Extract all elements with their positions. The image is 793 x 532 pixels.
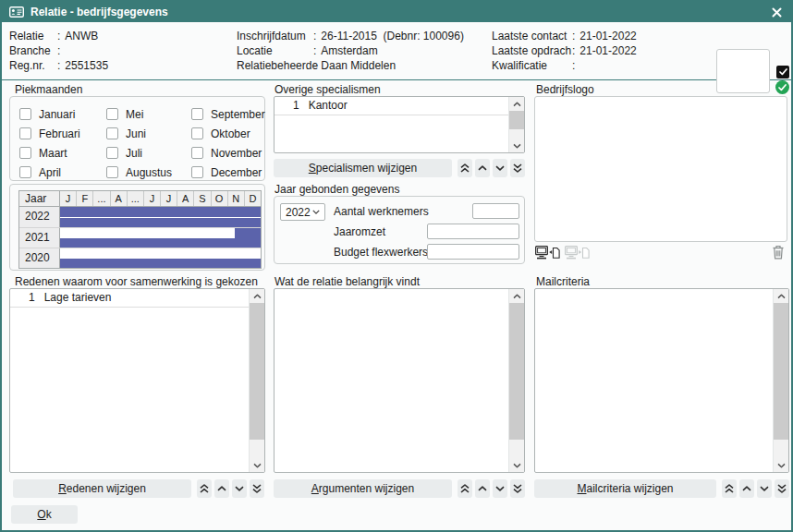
checkbox-februari[interactable] — [19, 127, 31, 139]
move-top-icon[interactable] — [458, 159, 472, 177]
move-bottom-icon[interactable] — [510, 479, 525, 498]
checkbox-juli[interactable] — [106, 147, 118, 159]
move-top-icon[interactable] — [722, 479, 737, 498]
move-top-icon[interactable] — [197, 479, 212, 498]
mailcriteria-wijzigen-button[interactable]: Mailcriteria wijzigen — [534, 479, 716, 498]
checkbox-november[interactable] — [191, 147, 203, 159]
separator: : — [313, 44, 321, 59]
checkbox-januari[interactable] — [19, 108, 31, 120]
move-up-icon[interactable] — [214, 479, 229, 498]
month-row: Juli — [106, 147, 172, 159]
jaargebonden-title: Jaar gebonden gegevens — [274, 184, 399, 196]
activity-bar-top — [60, 207, 261, 217]
status-check-icon[interactable] — [775, 80, 789, 94]
delete-logo-trash-icon[interactable] — [771, 244, 786, 260]
months-column-3: September Oktober November December — [191, 108, 265, 178]
mailcriteria-button-row: Mailcriteria wijzigen — [534, 479, 789, 498]
specialismen-title: Overige specialismen — [274, 84, 381, 96]
scrollbar[interactable] — [773, 289, 788, 472]
checkbox-september[interactable] — [191, 108, 203, 120]
checkbox-december[interactable] — [191, 166, 203, 178]
separator: : — [572, 44, 580, 59]
move-down-icon[interactable] — [493, 479, 507, 498]
scroll-thumb[interactable] — [509, 111, 524, 129]
bedrijfslogo-placeholder — [534, 96, 787, 242]
aantal-werknemers-input[interactable] — [472, 203, 519, 219]
redenen-listbox[interactable]: 1 Lage tarieven — [9, 288, 265, 473]
checkbox-juni[interactable] — [106, 127, 118, 139]
year-select[interactable]: 2022 — [280, 203, 325, 221]
mailcriteria-listbox[interactable] — [534, 288, 789, 473]
move-up-icon[interactable] — [475, 159, 490, 177]
contact-card-icon — [9, 6, 24, 18]
field-label: Laatste opdrach — [492, 44, 572, 59]
scroll-up-icon[interactable] — [509, 289, 524, 303]
checkbox-maart[interactable] — [19, 147, 31, 159]
header-row-branche: Branche: — [9, 44, 108, 59]
jaaromzet-input[interactable] — [427, 224, 519, 239]
separator: : — [572, 59, 580, 74]
checkbox-oktober[interactable] — [191, 127, 203, 139]
redenen-wijzigen-button[interactable]: Redenen wijzigen — [13, 479, 191, 498]
scrollbar[interactable] — [508, 97, 524, 152]
header-cell-month: J — [161, 191, 177, 206]
move-down-icon[interactable] — [232, 479, 247, 498]
year-activity-table: Jaar J F ... A ... J J A S O N D 2022 — [18, 190, 262, 269]
scroll-up-icon[interactable] — [509, 97, 524, 111]
export-logo-icon[interactable] — [564, 245, 590, 261]
scrollbar[interactable] — [249, 289, 264, 472]
month-label: Oktober — [211, 127, 250, 140]
month-row: Augustus — [106, 166, 172, 178]
move-down-icon[interactable] — [757, 479, 772, 498]
move-down-icon[interactable] — [493, 159, 507, 177]
move-up-icon[interactable] — [475, 479, 490, 498]
scroll-down-icon[interactable] — [774, 458, 788, 472]
item-number: 1 — [293, 97, 299, 115]
scroll-down-icon[interactable] — [509, 458, 524, 472]
scroll-up-icon[interactable] — [774, 289, 788, 303]
scroll-down-icon[interactable] — [250, 458, 264, 472]
field-value: 26-11-2015 (Debnr: 100096) — [321, 30, 464, 44]
belangrijk-listbox[interactable] — [274, 288, 525, 473]
header-row-laatste-contact: Laatste contact:21-01-2022 — [492, 30, 637, 44]
month-row: April — [19, 166, 80, 178]
ok-button[interactable]: Ok — [11, 505, 78, 524]
load-logo-icon[interactable] — [534, 245, 560, 261]
checkbox-augustus[interactable] — [106, 166, 118, 178]
scroll-thumb[interactable] — [774, 303, 788, 440]
budget-flexwerkers-label: Budget flexwerkers — [334, 247, 428, 259]
reorder-buttons — [458, 479, 525, 498]
year-table-header: Jaar J F ... A ... J J A S O N D — [19, 191, 261, 207]
budget-flexwerkers-input[interactable] — [427, 244, 519, 260]
scrollbar[interactable] — [508, 289, 524, 472]
move-bottom-icon[interactable] — [510, 159, 525, 177]
checkbox-april[interactable] — [19, 166, 31, 178]
header-cell-jaar: Jaar — [19, 191, 60, 206]
move-bottom-icon[interactable] — [775, 479, 789, 498]
jaar-table-groupbox: Jaar J F ... A ... J J A S O N D 2022 — [9, 184, 265, 271]
specialismen-wijzigen-button[interactable]: Specialismen wijzigen — [274, 159, 452, 177]
list-item[interactable]: 1 Lage tarieven — [10, 289, 249, 308]
header-cell-month: S — [194, 191, 211, 206]
header-row-regnr: Reg.nr.:2551535 — [9, 59, 108, 74]
scroll-thumb[interactable] — [509, 303, 524, 440]
scroll-up-icon[interactable] — [250, 289, 264, 303]
header-row-kwalificatie: Kwalificatie: — [492, 59, 637, 74]
move-top-icon[interactable] — [458, 479, 472, 498]
scroll-down-icon[interactable] — [509, 139, 524, 152]
scroll-thumb[interactable] — [250, 303, 264, 440]
close-icon[interactable] — [769, 5, 784, 19]
header-column-3: Laatste contact:21-01-2022 Laatste opdra… — [492, 30, 637, 74]
month-label: November — [211, 147, 262, 160]
argumenten-wijzigen-button[interactable]: Argumenten wijzigen — [274, 479, 452, 498]
move-bottom-icon[interactable] — [250, 479, 264, 498]
header-cell-month: ... — [128, 191, 144, 206]
checkbox-mei[interactable] — [106, 108, 118, 120]
checked-checkbox-icon[interactable] — [776, 66, 789, 79]
month-label: Mei — [126, 108, 143, 121]
header-row-inschrijfdatum: Inschrijfdatum:26-11-2015 (Debnr: 100096… — [237, 30, 464, 44]
move-up-icon[interactable] — [739, 479, 754, 498]
mailcriteria-title: Mailcriteria — [536, 276, 590, 288]
specialismen-listbox[interactable]: 1 Kantoor — [274, 96, 525, 153]
list-item[interactable]: 1 Kantoor — [274, 97, 508, 115]
